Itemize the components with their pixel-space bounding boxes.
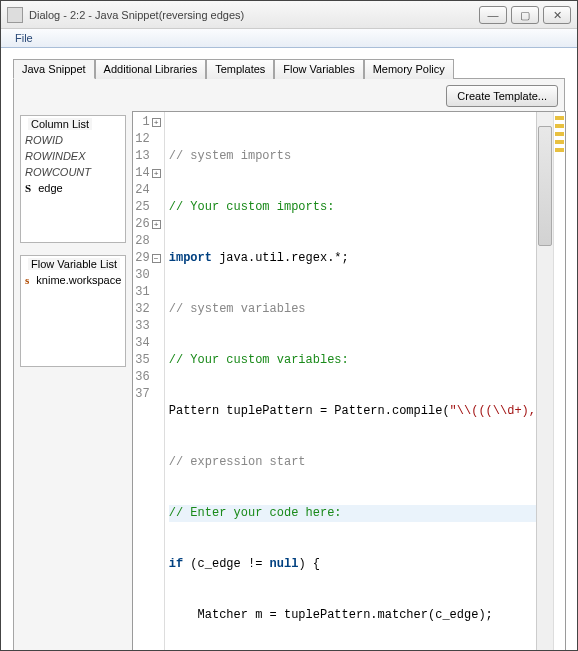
column-rowcount[interactable]: ROWCOUNT [25,164,121,180]
vertical-scrollbar[interactable] [536,112,553,651]
tab-templates[interactable]: Templates [206,59,274,79]
minimize-button[interactable]: — [479,6,507,24]
tab-java-snippet[interactable]: Java Snippet [13,59,95,79]
flow-variable-list-panel: Flow Variable List s knime.workspace [20,255,126,367]
column-list-legend: Column List [28,118,92,130]
column-list-panel: Column List ROWID ROWINDEX ROWCOUNT S ed… [20,115,126,243]
string-icon: s [25,272,29,288]
flowvar-knime-workspace[interactable]: s knime.workspace [25,272,121,288]
tab-additional-libraries[interactable]: Additional Libraries [95,59,207,79]
fold-icon[interactable]: + [152,169,161,178]
maximize-button[interactable]: ▢ [511,6,539,24]
string-icon: S [25,180,31,196]
menu-file[interactable]: File [9,30,39,46]
close-button[interactable]: ✕ [543,6,571,24]
code-editor[interactable]: 1+ 12 13 14+ 24 25 26+ 28 29− 30 31 32 3… [132,111,566,651]
flow-variable-legend: Flow Variable List [28,258,120,270]
column-edge[interactable]: S edge [25,180,121,196]
tab-strip: Java Snippet Additional Libraries Templa… [13,58,565,79]
tab-panel: Create Template... Column List ROWID ROW… [13,79,565,651]
tab-flow-variables[interactable]: Flow Variables [274,59,363,79]
editor-code[interactable]: // system imports // Your custom imports… [165,112,536,651]
column-edge-label: edge [38,180,62,196]
editor-marker-bar [553,112,565,651]
fold-icon[interactable]: − [152,254,161,263]
titlebar: Dialog - 2:2 - Java Snippet(reversing ed… [1,1,577,29]
flowvar-label: knime.workspace [36,272,121,288]
column-rowid[interactable]: ROWID [25,132,121,148]
tab-memory-policy[interactable]: Memory Policy [364,59,454,79]
column-rowindex[interactable]: ROWINDEX [25,148,121,164]
window-title: Dialog - 2:2 - Java Snippet(reversing ed… [29,9,475,21]
editor-gutter: 1+ 12 13 14+ 24 25 26+ 28 29− 30 31 32 3… [133,112,164,651]
create-template-button[interactable]: Create Template... [446,85,558,107]
fold-icon[interactable]: + [152,118,161,127]
menubar: File [1,29,577,48]
app-icon [7,7,23,23]
fold-icon[interactable]: + [152,220,161,229]
